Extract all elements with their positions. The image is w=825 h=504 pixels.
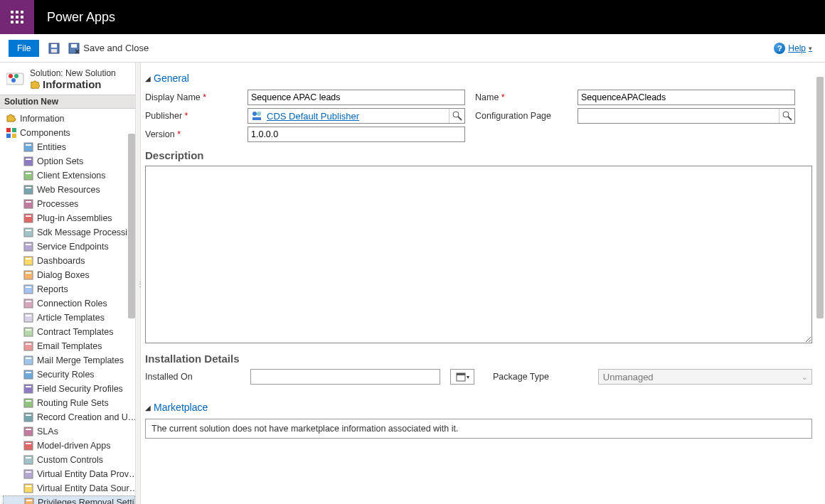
- marketplace-info-box: The current solution does not have marke…: [145, 419, 812, 439]
- svg-rect-45: [26, 301, 31, 302]
- nav-component-item[interactable]: Custom Controls: [3, 453, 135, 467]
- svg-rect-71: [26, 486, 31, 487]
- nav-component-item[interactable]: Record Creation and U…: [3, 410, 135, 424]
- page-title: Information: [30, 78, 116, 90]
- nav-component-item[interactable]: Plug-in Assemblies: [3, 211, 135, 225]
- collapse-icon: ◢: [145, 404, 151, 412]
- svg-rect-7: [16, 21, 18, 23]
- nav-component-item[interactable]: Contract Templates: [3, 325, 135, 339]
- nav-item-label: Web Resources: [37, 183, 100, 196]
- nav-component-item[interactable]: Privileges Removal Setting: [3, 495, 135, 504]
- svg-rect-31: [26, 201, 31, 203]
- entity-icon: [23, 383, 34, 395]
- waffle-icon: [11, 11, 23, 23]
- name-input[interactable]: [578, 90, 795, 105]
- help-link[interactable]: ? Help ▾: [774, 43, 812, 54]
- nav-component-item[interactable]: Sdk Message Processin…: [3, 225, 135, 240]
- date-picker-button[interactable]: ▾: [450, 369, 474, 385]
- nav-component-item[interactable]: Security Roles: [3, 368, 135, 382]
- nav-component-item[interactable]: Web Resources: [3, 183, 135, 197]
- nav-item-label: Virtual Entity Data Sour…: [37, 482, 135, 495]
- nav-item-label: Field Security Profiles: [37, 382, 123, 395]
- config-page-lookup[interactable]: [578, 108, 795, 124]
- svg-rect-49: [26, 329, 31, 331]
- nav-component-item[interactable]: Dashboards: [3, 254, 135, 268]
- nav-component-item[interactable]: Model-driven Apps: [3, 439, 135, 453]
- save-and-close-button[interactable]: Save and Close: [68, 42, 149, 55]
- nav-item-label: Virtual Entity Data Prov…: [37, 468, 135, 481]
- nav-component-item[interactable]: Service Endpoints: [3, 240, 135, 254]
- name-label: Name *: [475, 92, 572, 102]
- svg-rect-32: [24, 214, 33, 222]
- svg-line-80: [458, 117, 462, 120]
- nav-item-label: Record Creation and U…: [37, 411, 135, 424]
- puzzle-icon: [30, 80, 40, 90]
- entity-icon: [23, 269, 34, 281]
- nav-component-item[interactable]: Routing Rule Sets: [3, 396, 135, 410]
- file-menu-button[interactable]: File: [9, 40, 39, 57]
- nav-component-item[interactable]: Field Security Profiles: [3, 382, 135, 396]
- solution-icon: [6, 68, 26, 88]
- nav-item-label: Contract Templates: [37, 326, 113, 338]
- nav-component-item[interactable]: Option Sets: [3, 154, 135, 168]
- splitter[interactable]: ⋮: [135, 63, 141, 504]
- nav-component-item[interactable]: Reports: [3, 282, 135, 296]
- package-type-select[interactable]: Unmanaged ⌄: [598, 369, 812, 385]
- nav-component-item[interactable]: Virtual Entity Data Prov…: [3, 467, 135, 481]
- nav-item-label: Information: [20, 112, 65, 125]
- config-page-lookup-button[interactable]: [779, 109, 794, 123]
- svg-rect-4: [16, 16, 18, 18]
- svg-rect-57: [26, 386, 31, 387]
- nav-component-item[interactable]: SLAs: [3, 424, 135, 439]
- svg-rect-55: [26, 372, 31, 373]
- svg-rect-53: [26, 358, 31, 359]
- svg-rect-84: [457, 373, 465, 375]
- svg-rect-21: [12, 134, 16, 138]
- svg-rect-5: [21, 16, 23, 18]
- publisher-lookup-button[interactable]: [449, 109, 464, 123]
- nav-component-item[interactable]: Article Templates: [3, 311, 135, 325]
- nav-component-item[interactable]: Email Templates: [3, 339, 135, 353]
- svg-point-81: [783, 112, 789, 117]
- publisher-lookup[interactable]: CDS Default Publisher: [247, 108, 465, 124]
- description-textarea[interactable]: [145, 166, 812, 343]
- entity-icon: [23, 213, 34, 224]
- nav-item-label: Article Templates: [37, 311, 105, 324]
- svg-rect-13: [71, 44, 77, 48]
- components-icon: [6, 127, 17, 139]
- installed-on-input[interactable]: [250, 369, 441, 385]
- save-and-close-label: Save and Close: [83, 43, 149, 53]
- publisher-entity-icon: [248, 110, 265, 122]
- svg-rect-0: [11, 11, 14, 14]
- svg-rect-64: [24, 441, 33, 450]
- display-name-input[interactable]: [247, 90, 465, 105]
- nav-item-label: Routing Rule Sets: [37, 397, 109, 409]
- nav-component-item[interactable]: Dialog Boxes: [3, 268, 135, 282]
- nav-information[interactable]: Information: [3, 112, 135, 126]
- nav-component-item[interactable]: Mail Merge Templates: [3, 353, 135, 368]
- app-launcher-button[interactable]: [0, 0, 34, 34]
- nav-components[interactable]: Components: [3, 126, 135, 140]
- nav-component-item[interactable]: Entities: [3, 140, 135, 154]
- section-general-header[interactable]: ◢ General: [145, 63, 812, 90]
- nav-item-label: Model-driven Apps: [37, 439, 111, 452]
- nav-item-label: Reports: [37, 283, 68, 296]
- installed-on-label: Installed On: [145, 372, 240, 382]
- svg-rect-63: [26, 429, 31, 430]
- svg-point-76: [252, 112, 257, 116]
- svg-point-79: [453, 112, 459, 117]
- entity-icon: [23, 184, 34, 195]
- entity-icon: [23, 468, 34, 480]
- nav-component-item[interactable]: Virtual Entity Data Sour…: [3, 481, 135, 495]
- entity-icon: [23, 426, 34, 437]
- chevron-down-icon: ⌄: [802, 373, 807, 381]
- sidebar-scrollbar-thumb[interactable]: [128, 134, 135, 318]
- nav-component-item[interactable]: Client Extensions: [3, 168, 135, 183]
- nav-component-item[interactable]: Connection Roles: [3, 296, 135, 311]
- save-button[interactable]: [48, 42, 63, 55]
- version-input[interactable]: [247, 127, 465, 142]
- content-scrollbar-thumb[interactable]: [816, 77, 824, 318]
- section-marketplace-header[interactable]: ◢ Marketplace: [145, 392, 812, 419]
- nav-component-item[interactable]: Processes: [3, 197, 135, 211]
- nav-item-label: Sdk Message Processin…: [37, 226, 135, 239]
